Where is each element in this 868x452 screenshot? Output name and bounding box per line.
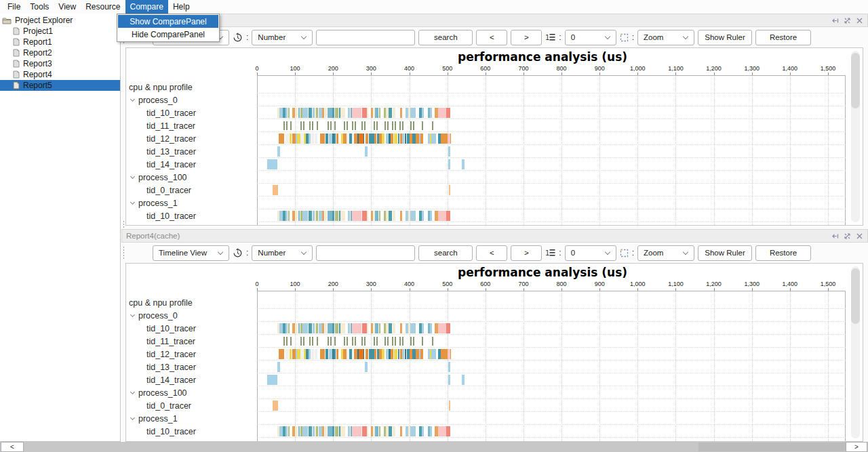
row-label[interactable]: process_1 xyxy=(126,197,255,209)
restore-button[interactable]: Restore xyxy=(755,245,811,261)
file-icon xyxy=(13,27,20,35)
close-icon[interactable] xyxy=(856,232,863,240)
selection-box-icon[interactable] xyxy=(620,249,629,258)
scroll-left-button[interactable]: < xyxy=(1,442,24,452)
row-label[interactable]: process_0 xyxy=(126,94,255,106)
timeline-segment xyxy=(298,426,300,436)
prev-button[interactable]: < xyxy=(476,30,507,45)
vertical-scrollbar-thumb[interactable] xyxy=(851,53,860,108)
row-label[interactable]: tid_0_tracer xyxy=(126,184,255,197)
menu-help[interactable]: Help xyxy=(168,0,195,14)
timeline-segment xyxy=(382,349,385,359)
row-label[interactable]: tid_13_tracer xyxy=(126,361,255,373)
scroll-right-button[interactable]: > xyxy=(846,442,867,452)
row-label[interactable]: process_100 xyxy=(126,171,255,184)
zoom-mode-select[interactable]: Zoom xyxy=(637,30,694,45)
row-label[interactable]: tid_12_tracer xyxy=(126,132,255,145)
sidebar-item-report1[interactable]: Report1 xyxy=(0,37,120,47)
vertical-scrollbar-thumb[interactable] xyxy=(851,268,860,324)
row-label[interactable]: tid_10_tracer xyxy=(126,425,255,438)
menu-tools[interactable]: Tools xyxy=(25,0,54,14)
timeline-segment xyxy=(290,337,292,346)
sidebar-item-report3[interactable]: Report3 xyxy=(0,58,120,69)
menu-item-show-comparepanel[interactable]: Show ComparePanel xyxy=(118,15,218,28)
chevron-down-icon[interactable] xyxy=(130,312,135,316)
search-input[interactable] xyxy=(316,30,415,45)
maximize-icon[interactable] xyxy=(844,17,851,24)
search-type-select[interactable]: Number xyxy=(252,245,313,261)
next-button[interactable]: > xyxy=(511,30,542,45)
menu-file[interactable]: File xyxy=(3,0,25,14)
chevron-down-icon[interactable] xyxy=(130,389,135,394)
menu-view[interactable]: View xyxy=(54,0,81,14)
chevron-down-icon[interactable] xyxy=(130,173,135,178)
row-label[interactable]: tid_13_tracer xyxy=(126,145,255,158)
row-label[interactable]: tid_11_tracer xyxy=(126,119,255,132)
toolbar-drag-handle[interactable] xyxy=(123,246,125,260)
view-mode-value: Timeline View xyxy=(159,249,207,257)
close-icon[interactable] xyxy=(856,17,863,24)
horizontal-scrollbar-thumb[interactable] xyxy=(698,443,846,451)
menu-resource[interactable]: Resource xyxy=(81,0,125,14)
timeline-segment xyxy=(389,108,392,118)
time-unit-icon[interactable] xyxy=(233,33,243,43)
timeline-segment xyxy=(364,337,366,346)
row-label[interactable]: tid_11_tracer xyxy=(126,335,255,348)
row-index-value: 0 xyxy=(571,33,575,41)
timeline-segment xyxy=(395,121,396,130)
minimize-icon[interactable] xyxy=(831,232,839,240)
row-label[interactable]: tid_10_tracer xyxy=(126,322,255,335)
menu-item-hide-comparepanel[interactable]: Hide ComparePanel xyxy=(118,28,218,41)
search-button[interactable]: search xyxy=(418,30,473,45)
restore-button[interactable]: Restore xyxy=(755,30,811,45)
chevron-down-icon[interactable] xyxy=(130,415,135,419)
search-input[interactable] xyxy=(316,245,415,261)
timeline-segment xyxy=(400,426,402,436)
menu-compare[interactable]: Compare xyxy=(125,0,168,14)
row-index-select[interactable]: 0 xyxy=(565,30,616,45)
row-label-text: tid_0_tracer xyxy=(146,186,191,195)
sidebar-item-report5[interactable]: Report5 xyxy=(0,80,120,91)
axis-tick-label: 100 xyxy=(290,65,300,72)
chevron-down-icon[interactable] xyxy=(130,96,135,101)
row-list-icon[interactable]: 1 xyxy=(545,248,555,258)
row-label[interactable]: tid_14_tracer xyxy=(126,158,255,171)
minimize-icon[interactable] xyxy=(831,17,839,24)
row-index-select[interactable]: 0 xyxy=(565,245,616,261)
row-label[interactable]: process_0 xyxy=(126,309,255,322)
time-unit-icon[interactable] xyxy=(233,248,243,258)
sidebar-item-report4[interactable]: Report4 xyxy=(0,69,120,80)
prev-button[interactable]: < xyxy=(476,245,507,261)
next-button[interactable]: > xyxy=(511,245,542,261)
chevron-down-icon[interactable] xyxy=(130,199,135,204)
row-label[interactable]: tid_12_tracer xyxy=(126,348,255,361)
timeline-segment xyxy=(295,108,298,118)
row-label[interactable]: process_100 xyxy=(126,386,255,399)
row-label[interactable]: tid_14_tracer xyxy=(126,373,255,386)
sidebar-item-project1[interactable]: Project1 xyxy=(0,26,120,37)
row-list-icon[interactable]: 1 xyxy=(545,33,555,42)
search-button[interactable]: search xyxy=(418,245,473,261)
selection-box-icon[interactable] xyxy=(620,33,629,42)
timeline-segment xyxy=(267,159,277,169)
timeline-segment xyxy=(309,108,312,118)
timeline-segment xyxy=(322,426,325,436)
timeline-segment xyxy=(322,323,325,333)
search-type-select[interactable]: Number xyxy=(252,30,313,45)
project-explorer-root[interactable]: Project Explorer xyxy=(0,15,120,26)
timeline-segment xyxy=(448,146,450,157)
row-label[interactable]: process_1 xyxy=(126,412,255,425)
show-ruler-button[interactable]: Show Ruler xyxy=(698,30,752,45)
timeline-segment xyxy=(410,121,412,130)
maximize-icon[interactable] xyxy=(844,232,851,240)
sidebar-item-report2[interactable]: Report2 xyxy=(0,47,120,58)
horizontal-scrollbar[interactable]: < > xyxy=(0,442,868,452)
separator-colon: : xyxy=(246,248,248,258)
zoom-mode-select[interactable]: Zoom xyxy=(637,245,694,261)
show-ruler-button[interactable]: Show Ruler xyxy=(698,245,752,261)
row-label[interactable]: tid_0_tracer xyxy=(126,399,255,412)
view-mode-select[interactable]: Timeline View xyxy=(153,245,229,261)
row-label[interactable]: tid_10_tracer xyxy=(126,106,255,119)
row-label[interactable]: tid_10_tracer xyxy=(126,209,255,222)
row-label-text: tid_14_tracer xyxy=(146,375,196,385)
